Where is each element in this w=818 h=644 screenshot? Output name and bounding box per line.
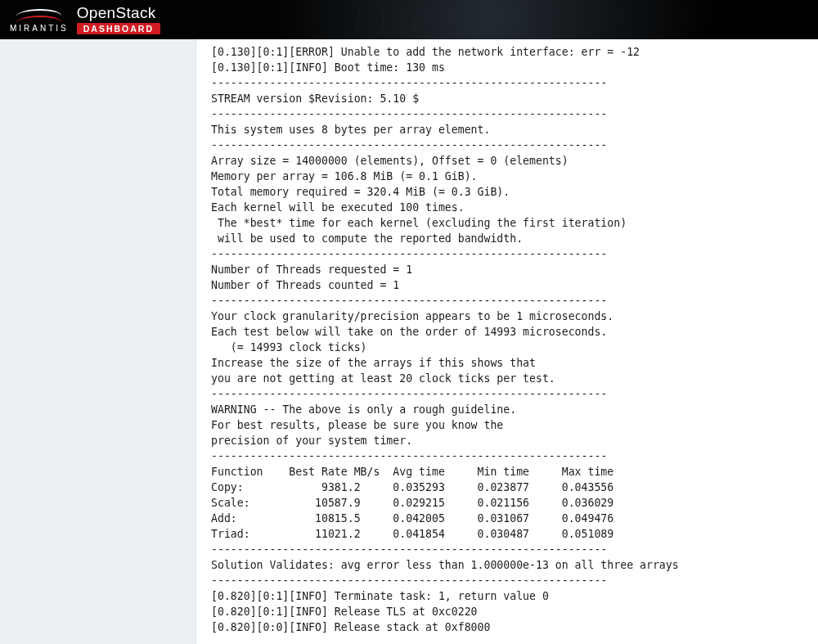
main-content: [0.130][0:1][ERROR] Unable to add the ne…	[196, 39, 818, 644]
app-header: MIRANTIS OpenStack DASHBOARD	[0, 0, 818, 39]
console-log[interactable]: [0.130][0:1][ERROR] Unable to add the ne…	[211, 44, 805, 635]
mirantis-wordmark: MIRANTIS	[10, 25, 69, 33]
brand-block[interactable]: MIRANTIS OpenStack DASHBOARD	[10, 5, 160, 35]
dashboard-badge: DASHBOARD	[77, 23, 160, 35]
mirantis-logo: MIRANTIS	[10, 7, 69, 33]
sidebar[interactable]	[0, 39, 196, 644]
product-title: OpenStack	[77, 5, 156, 20]
product-column: OpenStack DASHBOARD	[77, 5, 160, 35]
mirantis-swoosh-icon	[16, 7, 62, 24]
main-layout: [0.130][0:1][ERROR] Unable to add the ne…	[0, 39, 818, 644]
